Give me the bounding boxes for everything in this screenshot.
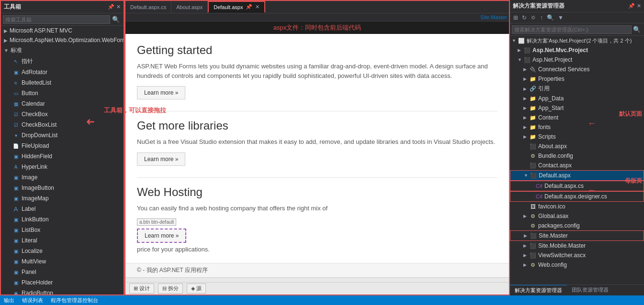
toolbox-item-calendar[interactable]: ▦ Calendar [1, 98, 124, 109]
checkbox-icon: ☑ [12, 110, 20, 118]
status-output[interactable]: 输出 [4, 297, 14, 304]
toolbox-item-button[interactable]: ▭ Button [1, 88, 124, 98]
packages-config-item[interactable]: ⚙ packages.config [510, 221, 644, 230]
site-master-link[interactable]: Site.Master [480, 14, 507, 20]
aspnet-project-item[interactable]: ▼ ⬛ Asp.Net.Project [510, 55, 644, 65]
site-mobile-master-item[interactable]: ▶ ⬛ Site.Mobile.Master [510, 241, 644, 251]
about-aspx-item[interactable]: ⬛ About.aspx [510, 142, 644, 151]
status-error-list[interactable]: 错误列表 [22, 297, 43, 304]
solution-search-input[interactable] [512, 25, 632, 34]
solution-toolbar-btn-1[interactable]: ⊞ [512, 13, 520, 22]
site-master-icon: ⬛ [530, 232, 537, 240]
solution-toolbar-btn-3[interactable]: ⛭ [529, 13, 538, 22]
section3-body-pre: You can easily find a web hosting compan… [137, 204, 497, 213]
tab-pin-icon[interactable]: 📌 [246, 4, 252, 10]
default-aspx-item[interactable]: ▼ ⬛ Default.aspx [510, 170, 644, 181]
toolbox-group-optimization[interactable]: ▶ Microsoft.AspNet.Web.Optimization.WebF… [1, 35, 124, 45]
split-view-button[interactable]: ⊟ 拆分 [158, 283, 183, 294]
tab-default-aspx[interactable]: Default.aspx 📌 ✕ [208, 1, 265, 13]
solution-toolbar-btn-2[interactable]: ↻ [520, 13, 528, 22]
toolbox-item-image[interactable]: ▣ Image [1, 172, 124, 183]
toolbox-item-dropdownlist[interactable]: ▾ DropDownList [1, 130, 124, 141]
section1-learn-more-btn[interactable]: Learn more » [137, 86, 185, 99]
app-data-item[interactable]: ▶ 📁 App_Data [510, 94, 644, 103]
default-designer-icon: C# [535, 193, 543, 200]
toolbox-item-radiobutton[interactable]: ◉ RadioButton [1, 288, 124, 294]
tab-close-icon[interactable]: ✕ [255, 4, 260, 10]
toolbox-item-bulletedlist[interactable]: ≡ BulletedList [1, 77, 124, 88]
toolbox-item-linkbutton[interactable]: ▣ LinkButton [1, 214, 124, 225]
split-icon: ⊟ [162, 285, 167, 292]
viewswitcher-label: ViewSwitcher.ascx [538, 252, 586, 259]
source-view-button[interactable]: ◈ 源 [187, 283, 206, 294]
editor-content: Getting started ASP.NET Web Forms lets y… [125, 34, 509, 277]
bundle-config-item[interactable]: ⚙ Bundle.config [510, 151, 644, 161]
site-master-item[interactable]: ▶ ⬛ Site.Master [510, 230, 644, 241]
toolbox-item-localize[interactable]: ▣ Localize [1, 246, 124, 256]
toolbox-item-multiview[interactable]: ▣ MultiView [1, 256, 124, 267]
editor-bottom-bar: ⊞ 设计 ⊟ 拆分 ◈ 源 [125, 282, 509, 294]
design-view-button[interactable]: ⊞ 设计 [129, 283, 154, 294]
toolbox-item-imagemap[interactable]: ▣ ImageMap [1, 193, 124, 204]
toolbox-item-adrotator[interactable]: ▣ AdRotator [1, 67, 124, 77]
properties-item[interactable]: ▶ 📁 Properties [510, 74, 644, 84]
toolbox-item-label[interactable]: A Label [1, 204, 124, 214]
contact-aspx-item[interactable]: ⬛ Contact.aspx [510, 161, 644, 170]
toolbox-item-checkbox[interactable]: ☑ CheckBox [1, 109, 124, 120]
solution-toolbar-btn-5[interactable]: 🔍 [545, 13, 555, 22]
mvc-project-item[interactable]: ▶ ⬛ Asp.Net.Mvc.Project [510, 45, 644, 55]
bundle-config-label: Bundle.config [538, 152, 573, 159]
close-icon[interactable]: ✕ [116, 4, 121, 10]
solution-tab-team-explorer[interactable]: 团队资源管理器 [567, 285, 613, 295]
toolbox-item-fileupload[interactable]: 📄 FileUpload [1, 141, 124, 151]
solution-tab-solution-explorer[interactable]: 解决方案资源管理器 [510, 285, 567, 295]
section3-learn-more-btn[interactable]: Learn more » [138, 229, 185, 242]
toolbox-item-imagebutton[interactable]: ▣ ImageButton [1, 183, 124, 193]
toolbox-item-listbox[interactable]: ▣ ListBox [1, 225, 124, 235]
default-aspx-designer-item[interactable]: C# Default.aspx.designer.cs [510, 191, 644, 202]
editor-scrollbar[interactable] [125, 277, 509, 282]
toolbox-search-input[interactable] [3, 15, 110, 24]
favicon-item[interactable]: 🖼 favicon.ico [510, 202, 644, 211]
tab-default-aspx-cs[interactable]: Default.aspx.cs [125, 1, 171, 13]
toolbox-item-pointer[interactable]: ↖ 指针 [1, 56, 124, 67]
toolbox-item-hiddenfield[interactable]: ▣ HiddenField [1, 151, 124, 162]
solution-close-icon[interactable]: ✕ [637, 3, 641, 9]
scripts-item[interactable]: ▶ 📁 Scripts [510, 132, 644, 142]
default-aspx-icon: ⬛ [530, 172, 537, 179]
solution-root-item[interactable]: ▼ ⬜ 解决方案'Asp.Net.Project'(2 个项目，共 2 个) [510, 36, 644, 45]
packages-config-icon: ⚙ [529, 222, 537, 229]
solution-icon: ⬜ [518, 37, 525, 44]
solution-toolbar-btn-6[interactable]: ▼ [556, 13, 565, 22]
connected-services-item[interactable]: ▶ 🔌 Connected Services [510, 65, 644, 74]
toolbox-item-placeholder[interactable]: ▣ PlaceHolder [1, 277, 124, 288]
default-aspx-label: Default.aspx [539, 172, 571, 179]
status-package-manager[interactable]: 程序包管理器控制台 [51, 297, 98, 304]
pin-icon[interactable]: 📌 [108, 4, 114, 10]
toolbox-item-literal[interactable]: ▣ Literal [1, 235, 124, 246]
app-start-item[interactable]: ▶ 📁 App_Start [510, 103, 644, 113]
tab-about-aspx[interactable]: About.aspx [171, 1, 208, 13]
web-config-item[interactable]: ▶ ⚙ Web.config [510, 260, 644, 270]
toolbox-group-standard[interactable]: ▼ 标准 [1, 45, 124, 56]
solution-pin-icon[interactable]: 📌 [628, 3, 635, 9]
content-item[interactable]: ▶ 📁 Content [510, 113, 644, 122]
global-asax-item[interactable]: ▶ ⚙ Global.asax [510, 211, 644, 221]
expand-arrow-mvc: ▶ [518, 48, 523, 53]
toolbox-item-hyperlink[interactable]: A HyperLink [1, 162, 124, 172]
toolbox-item-checkboxlist[interactable]: ☑ CheckBoxList [1, 120, 124, 130]
toolbox-group-mvc[interactable]: ▶ Microsoft ASP.NET MVC [1, 26, 124, 35]
section2-learn-more-btn[interactable]: Learn more » [137, 152, 185, 166]
references-item[interactable]: ▶ 🔗 引用 [510, 84, 644, 94]
hyperlink-icon: A [12, 163, 20, 171]
toolbox-search-button[interactable]: 🔍 [110, 15, 122, 24]
pointer-icon: ↖ [12, 58, 20, 65]
editor-tab-bar: Default.aspx.cs About.aspx Default.aspx … [125, 1, 509, 13]
properties-icon: 📁 [529, 75, 537, 83]
editor-area: Default.aspx.cs About.aspx Default.aspx … [124, 0, 510, 295]
fonts-item[interactable]: ▶ 📁 fonts [510, 122, 644, 132]
viewswitcher-item[interactable]: ▶ ⬛ ViewSwitcher.ascx [510, 251, 644, 260]
default-aspx-cs-item[interactable]: C# Default.aspx.cs [510, 181, 644, 191]
solution-toolbar-btn-4[interactable]: ↑ [539, 13, 544, 22]
toolbox-item-panel[interactable]: ▣ Panel [1, 267, 124, 277]
